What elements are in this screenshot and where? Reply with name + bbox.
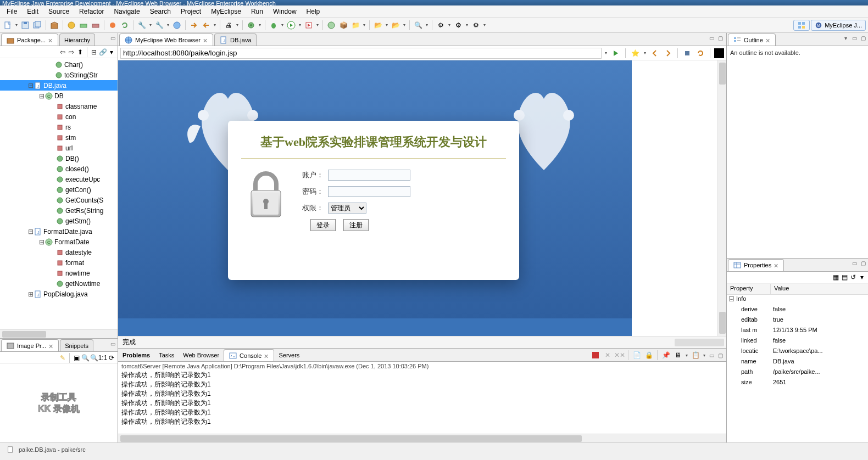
tree-item[interactable]: ⊟CDB	[0, 91, 118, 101]
tool-icon[interactable]: 🔧	[136, 20, 147, 31]
back-icon[interactable]	[649, 48, 660, 59]
role-select[interactable]: 管理员	[328, 203, 366, 214]
property-row[interactable]: path/paike/src/paike...	[727, 368, 868, 378]
open-type-icon[interactable]: 📂	[372, 20, 383, 31]
minimize-icon[interactable]: ▭	[708, 34, 715, 42]
categories-icon[interactable]: ▦	[832, 273, 839, 281]
menu-icon[interactable]: ▾	[858, 273, 866, 281]
import-icon[interactable]	[201, 20, 212, 31]
go-icon[interactable]	[610, 48, 621, 59]
favorites-icon[interactable]: ⭐	[630, 48, 641, 59]
minimize-icon[interactable]: ▭	[109, 34, 116, 42]
minimize-icon[interactable]: ▭	[109, 340, 116, 347]
close-icon[interactable]: ✕	[765, 37, 771, 43]
scroll-lock-icon[interactable]: 🔒	[643, 350, 654, 361]
remove-launch-icon[interactable]: ✕	[602, 350, 613, 361]
property-row[interactable]: linkedfalse	[727, 336, 868, 347]
restore-icon[interactable]: ↺	[849, 273, 857, 281]
tab-servers[interactable]: Servers	[274, 349, 304, 361]
save-all-icon[interactable]	[32, 20, 43, 31]
tab-db-java[interactable]: J DB.java	[214, 33, 257, 46]
close-icon[interactable]: ✕	[48, 343, 54, 349]
tree-item[interactable]: executeUpc	[0, 174, 118, 184]
refresh-icon[interactable]	[119, 20, 130, 31]
tree-item[interactable]: rs	[0, 122, 118, 132]
tree-item[interactable]: getCon()	[0, 184, 118, 195]
tab-web-browser[interactable]: MyEclipse Web Browser ✕	[119, 33, 213, 46]
refresh-icon[interactable]	[695, 48, 706, 59]
close-icon[interactable]: ✕	[264, 353, 269, 358]
open-perspective-button[interactable]	[793, 20, 810, 31]
tree-item[interactable]: GetCounts(S	[0, 195, 118, 205]
bug-icon[interactable]	[268, 20, 279, 31]
clear-console-icon[interactable]: 📄	[631, 350, 642, 361]
menu-search[interactable]: Search	[146, 7, 175, 16]
tab-web-browser[interactable]: Web Browser	[179, 349, 224, 361]
zoom-in-icon[interactable]: 🔍	[81, 354, 89, 362]
register-button[interactable]: 注册	[343, 219, 369, 231]
tree-item[interactable]: datestyle	[0, 247, 118, 257]
back-icon[interactable]: ⇦	[59, 48, 66, 56]
new-package-icon[interactable]: 📦	[338, 20, 349, 31]
server-start-icon[interactable]	[78, 20, 89, 31]
deploy-icon[interactable]	[66, 20, 77, 31]
property-row[interactable]: editabtrue	[727, 316, 868, 326]
tab-problems[interactable]: Problems	[118, 349, 154, 361]
properties-body[interactable]: −Info derivefalseeditabtruelast m12/1/13…	[727, 295, 868, 442]
tree-item[interactable]: format	[0, 257, 118, 268]
tree-item[interactable]: getNowtime	[0, 278, 118, 289]
new-class-icon[interactable]	[326, 20, 337, 31]
new-folder-icon[interactable]: 📁	[350, 20, 361, 31]
login-button[interactable]: 登录	[310, 219, 336, 231]
menu-refactor[interactable]: Refactor	[75, 7, 108, 16]
globe-icon[interactable]	[171, 20, 182, 31]
package-tree[interactable]: Char()toString(Str⊟JDB.java⊟CDBclassname…	[0, 58, 118, 329]
server-stop-icon[interactable]	[90, 20, 101, 31]
link-editor-icon[interactable]: 🔗	[99, 48, 107, 56]
export-icon[interactable]	[188, 20, 199, 31]
open-console-icon[interactable]: 📋	[690, 350, 701, 361]
pin-icon[interactable]: 📌	[660, 350, 671, 361]
tree-item[interactable]: classname	[0, 101, 118, 111]
property-row[interactable]: locaticE:\workspace\pa...	[727, 347, 868, 357]
tool-icon[interactable]: ⚙	[435, 20, 446, 31]
tool-icon[interactable]: 🔧	[154, 20, 165, 31]
remove-all-icon[interactable]: ✕✕	[614, 350, 625, 361]
myeclipse-perspective-button[interactable]: M MyEclipse J...	[811, 20, 866, 31]
tree-item[interactable]: nowtime	[0, 268, 118, 278]
collapse-all-icon[interactable]: ⊟	[90, 48, 98, 56]
tab-snippets[interactable]: Snippets	[60, 339, 93, 351]
search-icon[interactable]: 🔍	[413, 20, 424, 31]
tree-item[interactable]: ⊞JPopDialog.java	[0, 289, 118, 299]
tab-outline[interactable]: Outline ✕	[728, 33, 776, 46]
property-row[interactable]: size2651	[727, 378, 868, 389]
zoom-out-icon[interactable]: 🔍	[90, 354, 98, 362]
tab-image-preview[interactable]: Image Pr... ✕	[1, 339, 59, 351]
dropdown-icon[interactable]: ▾	[14, 20, 19, 31]
tree-item[interactable]: url	[0, 143, 118, 153]
property-row[interactable]: last m12/1/13 9:55 PM	[727, 326, 868, 336]
tree-item[interactable]: getStm()	[0, 216, 118, 226]
horizontal-scrollbar[interactable]	[118, 434, 726, 442]
horizontal-scrollbar[interactable]	[675, 339, 724, 346]
forward-icon[interactable]	[663, 48, 674, 59]
up-icon[interactable]: ⬆	[76, 48, 84, 56]
tool-icon[interactable]: ⚙	[470, 20, 481, 31]
menu-edit[interactable]: Edit	[23, 7, 43, 16]
open-type-icon[interactable]: 📂	[390, 20, 401, 31]
menu-project[interactable]: Project	[176, 7, 205, 16]
maximize-icon[interactable]: ▢	[716, 34, 724, 42]
refresh-icon[interactable]: ⟳	[108, 354, 115, 362]
maximize-icon[interactable]: ▢	[859, 260, 867, 267]
new-icon[interactable]	[2, 20, 13, 31]
tab-console[interactable]: Console ✕	[224, 349, 274, 361]
minimize-icon[interactable]: ▭	[850, 34, 858, 42]
save-icon[interactable]	[20, 20, 31, 31]
menu-file[interactable]: File	[2, 7, 21, 16]
tab-package-explorer[interactable]: Package... ✕	[1, 33, 58, 46]
view-menu-icon[interactable]: ▾	[842, 34, 849, 42]
menu-myeclipse[interactable]: MyEclipse	[207, 7, 246, 16]
tab-hierarchy[interactable]: Hierarchy	[59, 33, 95, 46]
stop-icon[interactable]	[682, 48, 693, 59]
package-icon[interactable]	[49, 20, 60, 31]
